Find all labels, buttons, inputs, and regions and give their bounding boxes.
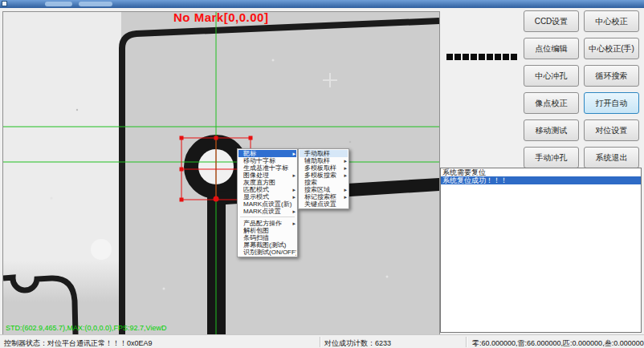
submenu-arrow-icon: ▸ <box>292 150 296 157</box>
context-menu-item-label: 解析包图 <box>243 227 269 234</box>
context-submenu-item-label: 辅助取样 <box>304 157 330 164</box>
context-submenu-item-label: 多模板取样 <box>304 164 336 172</box>
context-submenu-item-8[interactable]: 关键点设置 <box>300 200 348 208</box>
titlebar-decoration <box>45 2 72 6</box>
context-menu-item-label: 条码扫描 <box>243 234 269 241</box>
punched-hole <box>91 239 112 260</box>
action-button-10[interactable]: 对位设置 <box>584 119 639 141</box>
indicator-square <box>479 54 485 60</box>
message-row-2[interactable]: 系统复位成功！！！ <box>441 176 641 184</box>
indicator-square <box>487 54 493 60</box>
action-button-11[interactable]: 手动冲孔 <box>524 147 579 168</box>
context-submenu-item-label: 关键点设置 <box>304 200 336 208</box>
message-row-1[interactable]: 系统需要复位 <box>441 168 641 176</box>
action-button-3[interactable]: 点位编辑 <box>524 38 579 59</box>
camera-image <box>3 12 439 334</box>
submenu-arrow-icon: ▸ <box>344 193 347 200</box>
context-submenu-item-label: 标记搜索框 <box>304 193 336 200</box>
context-submenu-item-label: 手动取样 <box>304 150 330 157</box>
context-menu-item-label: 显示模式 <box>243 193 269 200</box>
context-menu-item-13[interactable]: 条码扫描 <box>238 234 296 241</box>
context-submenu-item-7[interactable]: 标记搜索框▸ <box>300 193 348 200</box>
message-list[interactable]: 系统需要复位系统复位成功！！！ <box>440 168 642 333</box>
submenu-arrow-icon: ▸ <box>292 172 296 179</box>
context-menu-item-3[interactable]: 生成基准十字标 <box>238 164 296 172</box>
indicator-square <box>495 54 501 60</box>
action-button-8[interactable]: 打开自动 <box>584 92 639 114</box>
action-button-9[interactable]: 移动测试 <box>524 119 579 141</box>
status-bar: 控制器状态：对位平台通讯正常！！！0x0EA9 对位成功计数：6233 零:60… <box>0 334 644 348</box>
context-menu-item-1[interactable]: 靶标▸ <box>238 150 296 157</box>
indicator-square <box>511 54 517 60</box>
action-button-2[interactable]: 中心校正 <box>584 10 639 32</box>
context-submenu-item-3[interactable]: 多模板取样▸ <box>300 164 348 172</box>
context-submenu: 手动取样辅助取样▸多模板取样▸多模板搜索▸搜索搜索区域▸标记搜索框▸关键点设置 <box>298 148 349 209</box>
context-menu-item-label: 图像处理 <box>243 172 269 179</box>
action-button-5[interactable]: 中心冲孔 <box>524 65 579 87</box>
context-menu-item-label: 识别测试(ON/OFF) <box>243 249 296 256</box>
action-button-grid: CCD设置中心校正点位编辑中心校正(手)中心冲孔循环搜索像点校正打开自动移动测试… <box>524 10 639 168</box>
backlight-strip <box>3 12 121 261</box>
context-menu-item-6[interactable]: 匹配模式▸ <box>238 186 296 193</box>
context-menu-item-2[interactable]: 移动十字标 <box>238 157 296 164</box>
context-submenu-item-label: 搜索区域 <box>304 186 330 193</box>
context-submenu-item-1[interactable]: 手动取样 <box>300 150 348 157</box>
context-menu-item-14[interactable]: 屏幕截图(测试) <box>238 241 296 249</box>
context-submenu-item-2[interactable]: 辅助取样▸ <box>300 157 348 164</box>
status-divider <box>466 337 467 347</box>
context-menu-item-label: 屏幕截图(测试) <box>243 241 286 249</box>
app-icon <box>2 1 7 6</box>
context-submenu-item-4[interactable]: 多模板搜索▸ <box>300 172 348 179</box>
context-submenu-item-5[interactable]: 搜索 <box>300 179 348 186</box>
action-button-1[interactable]: CCD设置 <box>524 10 579 32</box>
submenu-arrow-icon: ▸ <box>292 208 296 215</box>
context-menu-item-label: 靶标 <box>243 150 256 157</box>
context-submenu-item-label: 多模板搜索 <box>304 172 336 179</box>
action-button-6[interactable]: 循环搜索 <box>584 65 639 87</box>
context-menu-item-11[interactable]: 产品配方操作▸ <box>238 220 296 227</box>
context-menu-item-8[interactable]: MARK点设置(新) <box>238 200 296 208</box>
context-menu-item-15[interactable]: 识别测试(ON/OFF) <box>238 249 296 256</box>
indicator-square <box>446 54 453 60</box>
context-menu-item-12[interactable]: 解析包图 <box>238 227 296 234</box>
context-menu-item-label: 移动十字标 <box>243 157 275 164</box>
indicator-squares <box>446 54 519 60</box>
position-readout: 零:60.000000,雷:66.000000,匹:0.000000,叁:0.0… <box>472 338 644 348</box>
context-menu-item-label: MARK点设置(新) <box>243 200 291 208</box>
action-button-12[interactable]: 系统退出 <box>584 147 639 168</box>
action-button-4[interactable]: 中心校正(手) <box>584 38 639 59</box>
submenu-arrow-icon: ▸ <box>344 157 347 164</box>
window-titlebar[interactable] <box>0 0 644 8</box>
indicator-square <box>463 54 469 60</box>
camera-view[interactable]: No Mark[0,0.00] STD:(602.9,465.7),MAX:(0… <box>2 11 440 335</box>
context-menu-item-label: 生成基准十字标 <box>243 164 288 172</box>
no-mark-label: No Mark[0,0.00] <box>173 10 268 24</box>
context-menu-item-label: 灰度直方图 <box>243 179 275 186</box>
submenu-arrow-icon: ▸ <box>344 172 347 179</box>
context-menu-item-7[interactable]: 显示模式▸ <box>238 193 296 200</box>
titlebar-decoration <box>79 2 112 6</box>
context-menu-separator <box>240 216 295 219</box>
context-submenu-item-6[interactable]: 搜索区域▸ <box>300 186 348 193</box>
roi-anchor-dot <box>214 196 219 202</box>
action-button-7[interactable]: 像点校正 <box>524 92 579 114</box>
align-success-count: 对位成功计数：6233 <box>324 338 391 348</box>
indicator-square <box>503 54 509 60</box>
context-menu-item-9[interactable]: MARK点设置▸ <box>238 208 296 215</box>
submenu-arrow-icon: ▸ <box>344 164 347 172</box>
camera-stats-label: STD:(602.9,465.7),MAX:(0,0,0.0),FPS:92.7… <box>6 324 166 332</box>
indicator-square <box>454 54 461 60</box>
submenu-arrow-icon: ▸ <box>292 186 296 193</box>
submenu-arrow-icon: ▸ <box>292 220 296 227</box>
context-menu-item-label: MARK点设置 <box>243 208 281 215</box>
context-menu-item-label: 匹配模式 <box>243 186 269 193</box>
status-divider <box>320 337 320 347</box>
controller-status-text: 控制器状态：对位平台通讯正常！！！0x0EA9 <box>4 338 153 348</box>
app-window: No Mark[0,0.00] STD:(602.9,465.7),MAX:(0… <box>0 0 644 348</box>
indicator-square <box>471 54 477 60</box>
submenu-arrow-icon: ▸ <box>344 186 347 193</box>
context-menu-item-5[interactable]: 灰度直方图 <box>238 179 296 186</box>
context-menu-item-4[interactable]: 图像处理▸ <box>238 172 296 179</box>
context-submenu-item-label: 搜索 <box>304 179 317 186</box>
context-menu: 靶标▸移动十字标生成基准十字标图像处理▸灰度直方图匹配模式▸显示模式▸MARK点… <box>237 148 298 257</box>
